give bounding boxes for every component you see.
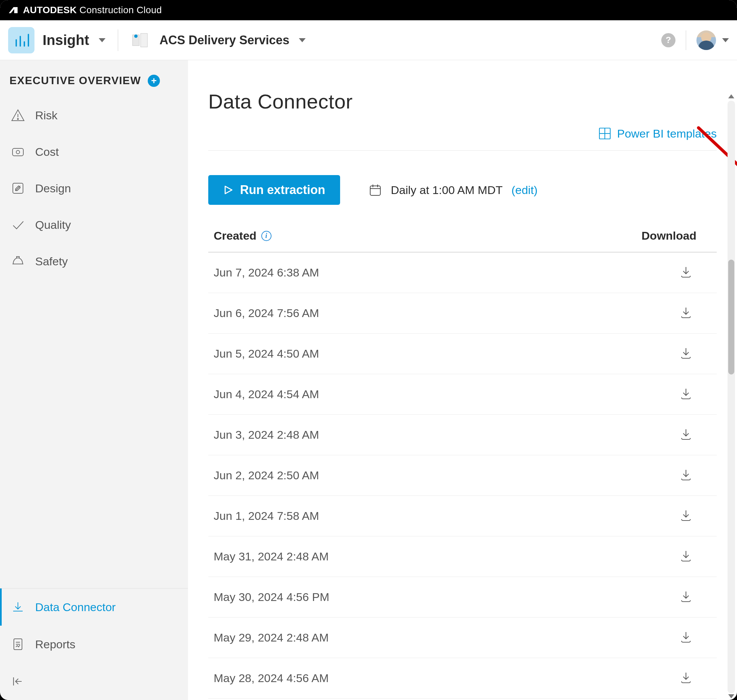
download-icon <box>680 671 692 684</box>
app-header: Insight ACS Delivery Services ? <box>0 20 737 60</box>
grid-icon <box>598 127 612 140</box>
cost-icon <box>11 145 25 159</box>
run-extraction-button[interactable]: Run extraction <box>208 175 340 205</box>
brand-bar: AUTODESK Construction Cloud <box>0 0 737 20</box>
created-timestamp: May 30, 2024 4:56 PM <box>214 591 329 604</box>
download-button[interactable] <box>680 509 711 523</box>
help-icon[interactable]: ? <box>661 33 675 47</box>
download-icon <box>11 600 25 614</box>
design-pencil-icon <box>11 181 25 196</box>
sidebar-item-label: Reports <box>35 638 75 651</box>
created-timestamp: May 31, 2024 2:48 AM <box>214 550 329 563</box>
divider <box>118 29 118 51</box>
sidebar-nav: Risk Cost Design Quality Safety <box>0 97 188 279</box>
module-icon[interactable] <box>8 27 34 53</box>
schedule-text: Daily at 1:00 AM MDT <box>391 184 503 197</box>
sidebar: EXECUTIVE OVERVIEW + Risk Cost Design <box>0 60 188 700</box>
info-icon[interactable]: i <box>261 231 271 241</box>
scroll-down-arrow[interactable] <box>728 693 735 700</box>
download-button[interactable] <box>680 266 711 280</box>
warning-triangle-icon <box>11 108 25 122</box>
download-button[interactable] <box>680 347 711 361</box>
sidebar-item-label: Design <box>35 182 71 195</box>
module-switcher[interactable]: Insight <box>43 32 106 49</box>
svg-point-6 <box>134 34 138 38</box>
sidebar-item-cost[interactable]: Cost <box>0 134 188 170</box>
sidebar-item-safety[interactable]: Safety <box>0 243 188 279</box>
scrollbar[interactable] <box>728 101 735 693</box>
sidebar-item-label: Risk <box>35 109 57 122</box>
sidebar-item-label: Data Connector <box>35 601 116 614</box>
table-header: Created i Download <box>208 229 717 253</box>
download-button[interactable] <box>680 428 711 442</box>
created-timestamp: Jun 6, 2024 7:56 AM <box>214 307 319 320</box>
download-icon <box>680 387 692 400</box>
column-header-created[interactable]: Created <box>214 229 257 242</box>
acc-logo-icon <box>132 32 151 49</box>
extractions-table: Created i Download Jun 7, 2024 6:38 AM J… <box>208 229 717 699</box>
collapse-sidebar-button[interactable] <box>0 663 188 700</box>
scroll-up-arrow[interactable] <box>728 93 735 100</box>
svg-point-10 <box>16 150 20 154</box>
sidebar-item-design[interactable]: Design <box>0 170 188 206</box>
table-row: Jun 1, 2024 7:58 AM <box>208 496 717 537</box>
download-button[interactable] <box>680 306 711 321</box>
power-bi-templates-link[interactable]: Power BI templates <box>598 127 717 140</box>
download-icon <box>680 266 692 278</box>
reports-icon <box>11 637 25 651</box>
created-timestamp: Jun 7, 2024 6:38 AM <box>214 266 319 279</box>
column-header-download: Download <box>642 229 711 242</box>
table-row: May 29, 2024 2:48 AM <box>208 618 717 658</box>
table-row: Jun 3, 2024 2:48 AM <box>208 415 717 455</box>
created-timestamp: May 29, 2024 2:48 AM <box>214 631 329 644</box>
download-button[interactable] <box>680 671 711 685</box>
svg-rect-5 <box>141 34 147 47</box>
download-icon <box>680 550 692 562</box>
edit-schedule-link[interactable]: (edit) <box>512 184 537 197</box>
download-button[interactable] <box>680 631 711 645</box>
download-button[interactable] <box>680 550 711 564</box>
created-timestamp: Jun 3, 2024 2:48 AM <box>214 428 319 441</box>
project-switcher[interactable]: ACS Delivery Services <box>160 33 306 47</box>
sidebar-item-label: Quality <box>35 218 71 232</box>
caret-down-icon <box>722 38 729 42</box>
sidebar-section-title: EXECUTIVE OVERVIEW <box>9 74 141 87</box>
calendar-icon <box>369 183 382 197</box>
download-icon <box>680 509 692 522</box>
schedule-display: Daily at 1:00 AM MDT (edit) <box>369 183 537 197</box>
sidebar-item-data-connector[interactable]: Data Connector <box>0 588 188 626</box>
table-row: May 31, 2024 2:48 AM <box>208 537 717 577</box>
sidebar-item-quality[interactable]: Quality <box>0 206 188 243</box>
caret-down-icon <box>99 38 106 42</box>
sidebar-item-label: Safety <box>35 255 68 268</box>
download-button[interactable] <box>680 468 711 483</box>
brand-company: AUTODESK <box>23 5 77 15</box>
avatar[interactable] <box>696 31 716 50</box>
checkmark-icon <box>11 218 25 232</box>
collapse-left-icon <box>11 675 24 688</box>
download-icon <box>680 631 692 644</box>
download-button[interactable] <box>680 387 711 401</box>
created-timestamp: Jun 2, 2024 2:50 AM <box>214 469 319 482</box>
divider <box>686 31 686 50</box>
module-name: Insight <box>43 32 89 49</box>
download-icon <box>680 347 692 360</box>
sidebar-item-label: Cost <box>35 146 59 159</box>
table-row: May 30, 2024 4:56 PM <box>208 577 717 618</box>
sidebar-item-reports[interactable]: Reports <box>0 626 188 663</box>
main-content: Data Connector Power BI templates Run ex… <box>188 60 737 700</box>
svg-rect-19 <box>370 186 380 196</box>
add-dashboard-button[interactable]: + <box>148 75 160 87</box>
sidebar-item-risk[interactable]: Risk <box>0 97 188 134</box>
svg-rect-9 <box>13 149 24 156</box>
download-button[interactable] <box>680 590 711 604</box>
page-title: Data Connector <box>208 90 717 113</box>
download-icon <box>680 468 692 481</box>
created-timestamp: Jun 5, 2024 4:50 AM <box>214 347 319 360</box>
scrollbar-thumb[interactable] <box>728 260 734 375</box>
created-timestamp: May 28, 2024 4:56 AM <box>214 672 329 685</box>
sidebar-bottom-nav: Data Connector Reports <box>0 588 188 700</box>
created-timestamp: Jun 1, 2024 7:58 AM <box>214 509 319 522</box>
hardhat-icon <box>11 254 25 268</box>
table-row: Jun 2, 2024 2:50 AM <box>208 455 717 496</box>
